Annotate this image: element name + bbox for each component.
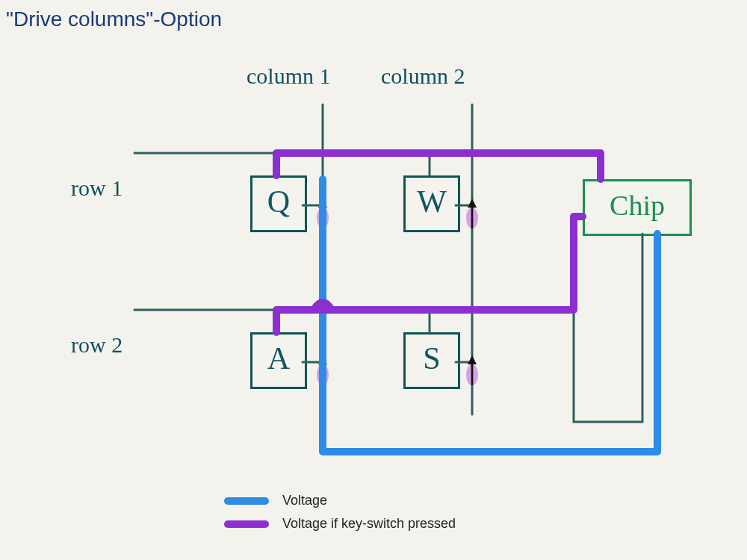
legend-swatch-voltage xyxy=(224,497,269,505)
svg-point-2 xyxy=(466,208,478,228)
legend-voltage: Voltage xyxy=(224,493,456,508)
chip: Chip xyxy=(583,179,692,236)
legend-label-voltage: Voltage xyxy=(282,493,327,508)
key-q: Q xyxy=(250,175,307,232)
diagram-canvas: "Drive columns"-Option column 1 column 2… xyxy=(0,0,747,560)
legend-voltage-pressed: Voltage if key-switch pressed xyxy=(224,516,456,532)
key-w: W xyxy=(403,175,460,232)
legend-label-pressed: Voltage if key-switch pressed xyxy=(282,516,456,532)
matrix-grid xyxy=(134,105,657,452)
key-s: S xyxy=(403,332,460,389)
key-a: A xyxy=(250,332,307,389)
svg-point-4 xyxy=(317,364,329,385)
svg-point-0 xyxy=(317,208,329,228)
svg-point-6 xyxy=(466,364,478,385)
label-column-2: column 2 xyxy=(381,63,465,89)
label-row-2: row 2 xyxy=(71,332,123,358)
legend-swatch-pressed xyxy=(224,520,269,528)
label-row-1: row 1 xyxy=(71,175,123,201)
legend: Voltage Voltage if key-switch pressed xyxy=(224,493,456,539)
diagram-title: "Drive columns"-Option xyxy=(6,7,222,31)
label-column-1: column 1 xyxy=(247,63,331,89)
wire-layer xyxy=(0,0,747,560)
